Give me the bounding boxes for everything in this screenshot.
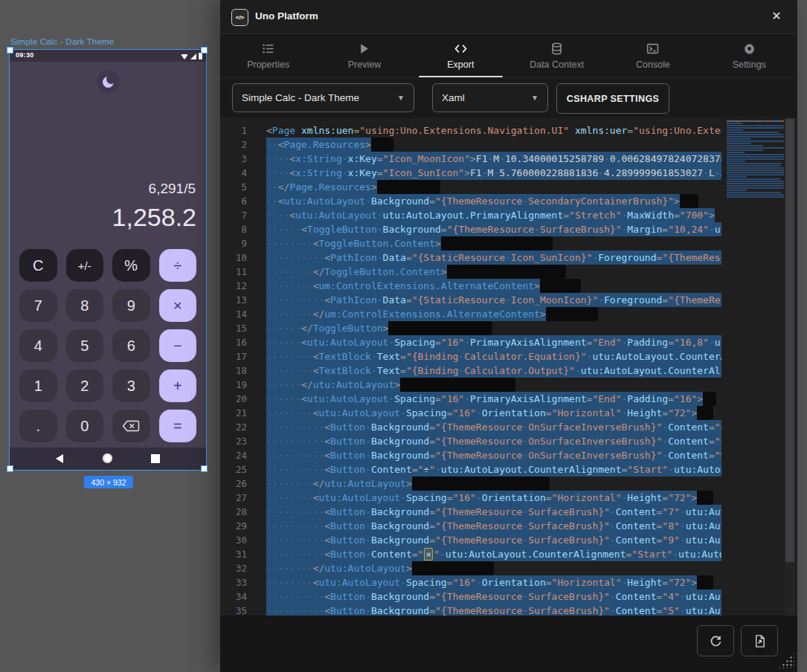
close-icon[interactable]: ✕: [769, 9, 784, 24]
back-icon[interactable]: [56, 454, 63, 463]
code-lines[interactable]: <Page xmlns:uen="using:Uno.Extensions.Na…: [266, 123, 721, 616]
refresh-button[interactable]: [697, 625, 734, 656]
code-line[interactable]: ··········<Button·Background="{ThemeReso…: [266, 434, 721, 448]
tab-preview[interactable]: Preview: [316, 34, 412, 77]
key-2[interactable]: 2: [66, 369, 104, 402]
minimap-line: [727, 140, 784, 142]
format-select[interactable]: Xaml ▼: [432, 83, 548, 112]
phone-frame[interactable]: 09:30 6,291/5 1,258.2 C+/-%÷789×456−123+…: [10, 50, 206, 470]
line-number: 34: [220, 589, 251, 604]
code-line[interactable]: ········<um:ControlExtensions.AlternateC…: [266, 279, 721, 293]
code-line[interactable]: ····<utu:AutoLayout·utu:AutoLayout.Prima…: [266, 208, 721, 222]
code-line[interactable]: ··</Page.Resources>: [266, 180, 721, 194]
selection-handle-bottom-right[interactable]: [201, 465, 208, 472]
key-3[interactable]: 3: [112, 369, 150, 402]
csharp-settings-button[interactable]: CSHARP SETTINGS: [556, 83, 669, 114]
key-5[interactable]: 5: [66, 329, 104, 362]
tab-settings[interactable]: Settings: [701, 34, 797, 77]
minimap[interactable]: [727, 120, 785, 204]
code-line[interactable]: ··········<Button·Background="{ThemeReso…: [266, 604, 721, 616]
key-multiply[interactable]: ×: [159, 289, 197, 322]
key-percent[interactable]: %: [112, 249, 150, 282]
code-line[interactable]: ········<utu:AutoLayout·Spacing="16"·Ori…: [266, 575, 721, 589]
minimap-line: [727, 163, 782, 164]
code-line[interactable]: ··········<Button·Background="{ThemeReso…: [266, 519, 721, 533]
code-line[interactable]: ····<x:String·x:Key="Icon_SunIcon">F1·M·…: [266, 166, 721, 180]
code-line[interactable]: ········<TextBlock·Text="{Binding·Calcul…: [266, 349, 721, 364]
code-line[interactable]: ··········<PathIcon·Data="{StaticResourc…: [266, 293, 721, 307]
key-backspace[interactable]: [112, 410, 150, 442]
code-line[interactable]: ····<x:String·x:Key="Icon_MoonIcon">F1·M…: [266, 152, 721, 166]
code-line[interactable]: ··<Page.Resources>: [266, 138, 721, 152]
tab-properties[interactable]: Properties: [220, 34, 316, 77]
key-decimal[interactable]: .: [19, 410, 57, 442]
minimap-line: [727, 167, 784, 169]
code-line[interactable]: ··········<Button·Background="{ThemeReso…: [266, 448, 721, 462]
export-file-button[interactable]: [741, 625, 778, 656]
minimap-line: [727, 196, 784, 198]
key-7[interactable]: 7: [19, 289, 57, 322]
code-line[interactable]: ········<utu:AutoLayout·Spacing="16"·Ori…: [266, 491, 721, 505]
code-line[interactable]: ··········<Button·Background="{ThemeReso…: [266, 533, 721, 547]
status-time: 09:30: [16, 51, 34, 59]
theme-select[interactable]: Simple Calc - Dark Theme ▼: [232, 83, 414, 112]
code-editor[interactable]: 1234567891011121314151617181920212223242…: [220, 117, 797, 616]
code-line[interactable]: ········</um:ControlExtensions.Alternate…: [266, 307, 721, 321]
key-minus[interactable]: −: [159, 329, 197, 362]
theme-toggle-button[interactable]: [97, 71, 120, 94]
line-number: 20: [220, 392, 251, 406]
code-line[interactable]: ······</utu:AutoLayout>: [266, 378, 721, 392]
key-plus[interactable]: +: [159, 369, 197, 402]
code-line[interactable]: ········</utu:AutoLayout>: [266, 561, 721, 575]
code-line[interactable]: ··<utu:AutoLayout·Background="{ThemeReso…: [266, 194, 721, 208]
selection-handle-bottom-left[interactable]: [7, 465, 13, 472]
frame-label[interactable]: Simple Calc - Dark Theme: [10, 37, 114, 46]
code-line[interactable]: ········</utu:AutoLayout>: [266, 476, 721, 491]
code-line[interactable]: ········<ToggleButton.Content>: [266, 236, 721, 251]
scrollbar-thumb[interactable]: [785, 119, 794, 562]
code-line[interactable]: ········</ToggleButton.Content>: [266, 265, 721, 279]
key-9[interactable]: 9: [112, 289, 150, 322]
key-C[interactable]: C: [19, 249, 57, 282]
key-1[interactable]: 1: [19, 369, 57, 402]
minimap-line: [727, 152, 745, 153]
code-line[interactable]: ······<ToggleButton·Background="{ThemeRe…: [266, 222, 721, 236]
key-6[interactable]: 6: [112, 329, 150, 362]
selection-handle-top-right[interactable]: [201, 47, 208, 54]
minimap-line: [727, 125, 784, 126]
minimap-line: [727, 187, 784, 189]
home-icon[interactable]: [103, 453, 112, 463]
code-line[interactable]: ··········<Button·Background="{ThemeReso…: [266, 505, 721, 519]
key-0[interactable]: 0: [66, 410, 104, 442]
refresh-icon: [709, 634, 723, 648]
minimap-line: [727, 172, 784, 173]
status-icons: [181, 53, 202, 59]
code-line[interactable]: ··········<Button·Content="×"·utu:AutoLa…: [266, 547, 721, 561]
code-line[interactable]: ··········<PathIcon·Data="{StaticResourc…: [266, 251, 721, 265]
line-number: 23: [220, 434, 251, 448]
code-line[interactable]: ··········<Button·Background="{ThemeReso…: [266, 420, 721, 434]
tab-export[interactable]: Export: [413, 34, 509, 77]
key-equals[interactable]: =: [159, 410, 197, 442]
line-number: 27: [220, 491, 251, 505]
code-line[interactable]: ··········<Button·Content="÷"·utu:AutoLa…: [266, 462, 721, 476]
tab-console[interactable]: Console: [605, 34, 701, 77]
code-line[interactable]: ··········<Button·Background="{ThemeReso…: [266, 589, 721, 604]
code-line[interactable]: ······<utu:AutoLayout·Spacing="16"·Prima…: [266, 392, 721, 406]
code-line[interactable]: ······</ToggleButton>: [266, 321, 721, 335]
tab-data-context[interactable]: Data Context: [509, 34, 605, 77]
minimap-line: [727, 123, 742, 124]
selection-handle-top-left[interactable]: [7, 47, 13, 54]
resize-grip[interactable]: [778, 652, 794, 668]
code-line[interactable]: ······<utu:AutoLayout·Spacing="16"·Prima…: [266, 335, 721, 349]
vertical-scrollbar[interactable]: [785, 117, 795, 616]
key-plusminus[interactable]: +/-: [66, 249, 104, 282]
code-line[interactable]: ········<utu:AutoLayout·Spacing="16"·Ori…: [266, 406, 721, 420]
key-divide[interactable]: ÷: [159, 249, 197, 282]
code-line[interactable]: <Page xmlns:uen="using:Uno.Extensions.Na…: [266, 123, 721, 138]
key-8[interactable]: 8: [66, 289, 104, 322]
key-4[interactable]: 4: [19, 329, 57, 362]
line-number: 26: [220, 476, 251, 491]
code-line[interactable]: ········<TextBlock·Text="{Binding·Calcul…: [266, 364, 721, 378]
recent-apps-icon[interactable]: [151, 454, 160, 463]
